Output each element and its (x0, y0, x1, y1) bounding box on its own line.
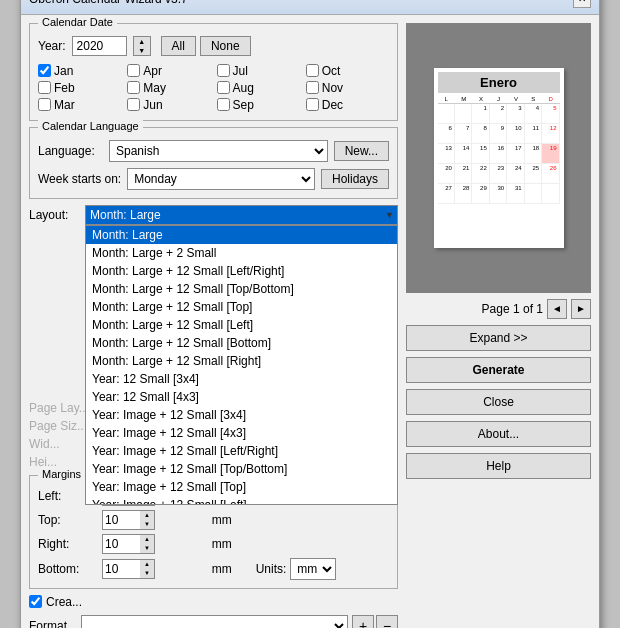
page-indicator: Page 1 of 1 ◄ ► (406, 299, 591, 319)
week-select[interactable]: Monday (127, 168, 315, 190)
month-oct-checkbox[interactable] (306, 64, 319, 77)
day-20: 18 (525, 144, 542, 164)
month-mar-checkbox[interactable] (38, 98, 51, 111)
layout-option-4[interactable]: Month: Large + 12 Small [Top] (86, 298, 397, 316)
day-22: 20 (438, 164, 455, 184)
month-apr-checkbox[interactable] (127, 64, 140, 77)
none-button[interactable]: None (200, 36, 251, 56)
layout-option-13[interactable]: Year: Image + 12 Small [Top/Bottom] (86, 460, 397, 478)
page-indicator-text: Page 1 of 1 (482, 302, 543, 316)
format-select[interactable] (81, 615, 348, 629)
month-oct: Oct (306, 64, 389, 78)
layout-option-12[interactable]: Year: Image + 12 Small [Left/Right] (86, 442, 397, 460)
create-row: Crea... (29, 595, 398, 609)
plus-button[interactable]: + (352, 615, 374, 629)
generate-button[interactable]: Generate (406, 357, 591, 383)
all-button[interactable]: All (161, 36, 196, 56)
top-up-btn[interactable]: ▲ (140, 511, 154, 520)
top-margin-input[interactable] (102, 510, 140, 530)
top-down-btn[interactable]: ▼ (140, 520, 154, 529)
calendar-preview: Enero L M X J V S D 1 2 (434, 68, 564, 248)
right-margin-input-group: ▲ ▼ (102, 534, 208, 554)
language-select[interactable]: Spanish (109, 140, 328, 162)
year-up-button[interactable]: ▲ (134, 37, 150, 46)
day-27: 25 (525, 164, 542, 184)
month-nov-checkbox[interactable] (306, 81, 319, 94)
prev-page-button[interactable]: ◄ (547, 299, 567, 319)
language-row: Language: Spanish New... (38, 140, 389, 162)
month-nov-label: Nov (322, 81, 343, 95)
year-input[interactable] (72, 36, 127, 56)
plus-minus-buttons: + − (352, 615, 398, 629)
bottom-spinner: ▲ ▼ (140, 559, 155, 579)
month-aug-checkbox[interactable] (217, 81, 230, 94)
next-page-button[interactable]: ► (571, 299, 591, 319)
month-dec-checkbox[interactable] (306, 98, 319, 111)
day-5: 3 (507, 104, 524, 124)
expand-button[interactable]: Expand >> (406, 325, 591, 351)
day-1 (438, 104, 455, 124)
right-margin-input[interactable] (102, 534, 140, 554)
preview-box: Enero L M X J V S D 1 2 (406, 23, 591, 293)
bottom-margin-input[interactable] (102, 559, 140, 579)
create-checkbox[interactable] (29, 595, 42, 608)
right-up-btn[interactable]: ▲ (140, 535, 154, 544)
calendar-grid: L M X J V S D 1 2 3 4 5 (438, 95, 560, 204)
year-down-button[interactable]: ▼ (134, 46, 150, 55)
month-feb: Feb (38, 81, 121, 95)
units-label: Units: (256, 562, 287, 576)
layout-option-14[interactable]: Year: Image + 12 Small [Top] (86, 478, 397, 496)
day-35 (542, 184, 559, 204)
layout-option-11[interactable]: Year: Image + 12 Small [4x3] (86, 424, 397, 442)
holidays-button[interactable]: Holidays (321, 169, 389, 189)
right-down-btn[interactable]: ▼ (140, 544, 154, 553)
day-31: 29 (472, 184, 489, 204)
month-grid: Jan Apr Jul Oct (38, 64, 389, 112)
day-2 (455, 104, 472, 124)
right-panel: Enero L M X J V S D 1 2 (406, 23, 591, 629)
help-button[interactable]: Help (406, 453, 591, 479)
layout-label: Layout: (29, 208, 79, 222)
layout-option-0[interactable]: Month: Large (86, 226, 397, 244)
layout-option-15[interactable]: Year: Image + 12 Small [Left] (86, 496, 397, 505)
month-jan-label: Jan (54, 64, 73, 78)
month-jun-label: Jun (143, 98, 162, 112)
layout-select[interactable]: Month: Large (85, 205, 398, 225)
layout-option-1[interactable]: Month: Large + 2 Small (86, 244, 397, 262)
new-language-button[interactable]: New... (334, 141, 389, 161)
month-jul-checkbox[interactable] (217, 64, 230, 77)
bottom-up-btn[interactable]: ▲ (140, 560, 154, 569)
month-jan-checkbox[interactable] (38, 64, 51, 77)
month-jul: Jul (217, 64, 300, 78)
minus-button[interactable]: − (376, 615, 398, 629)
layout-option-5[interactable]: Month: Large + 12 Small [Left] (86, 316, 397, 334)
units-select[interactable]: mm in (290, 558, 336, 580)
top-margin-input-group: ▲ ▼ (102, 510, 208, 530)
month-may-checkbox[interactable] (127, 81, 140, 94)
close-button[interactable]: Close (406, 389, 591, 415)
month-jun-checkbox[interactable] (127, 98, 140, 111)
layout-option-9[interactable]: Year: 12 Small [4x3] (86, 388, 397, 406)
month-feb-checkbox[interactable] (38, 81, 51, 94)
mm-label-3: mm (212, 537, 252, 551)
layout-dropdown[interactable]: Month: Large Month: Large + 2 Small Mont… (85, 225, 398, 505)
calendar-date-legend: Calendar Date (38, 16, 117, 28)
layout-option-10[interactable]: Year: Image + 12 Small [3x4] (86, 406, 397, 424)
month-dec: Dec (306, 98, 389, 112)
layout-option-7[interactable]: Month: Large + 12 Small [Right] (86, 352, 397, 370)
bottom-down-btn[interactable]: ▼ (140, 569, 154, 578)
main-window: Oberon Calendar Wizard v3.7 ✕ Calendar D… (20, 0, 600, 628)
month-sep-checkbox[interactable] (217, 98, 230, 111)
day-16: 14 (455, 144, 472, 164)
about-button[interactable]: About... (406, 421, 591, 447)
calendar-date-inner: Year: ▲ ▼ All None (38, 36, 389, 112)
close-window-button[interactable]: ✕ (573, 0, 591, 8)
day-header-m: M (455, 95, 472, 104)
day-6: 4 (525, 104, 542, 124)
layout-option-8[interactable]: Year: 12 Small [3x4] (86, 370, 397, 388)
day-25: 23 (490, 164, 507, 184)
layout-option-2[interactable]: Month: Large + 12 Small [Left/Right] (86, 262, 397, 280)
layout-option-3[interactable]: Month: Large + 12 Small [Top/Bottom] (86, 280, 397, 298)
day-header-j: J (490, 95, 507, 104)
layout-option-6[interactable]: Month: Large + 12 Small [Bottom] (86, 334, 397, 352)
